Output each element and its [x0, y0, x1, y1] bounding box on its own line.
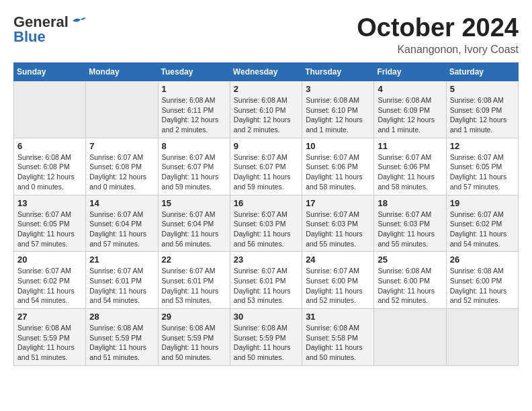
calendar-week-row: 13Sunrise: 6:07 AM Sunset: 6:05 PM Dayli…	[14, 195, 519, 252]
day-number: 22	[162, 255, 226, 265]
day-detail: Sunrise: 6:07 AM Sunset: 6:03 PM Dayligh…	[234, 210, 298, 249]
day-detail: Sunrise: 6:07 AM Sunset: 6:01 PM Dayligh…	[162, 266, 226, 306]
day-detail: Sunrise: 6:07 AM Sunset: 6:07 PM Dayligh…	[234, 152, 298, 192]
weekday-header: Saturday	[446, 63, 518, 81]
day-number: 28	[89, 312, 154, 322]
day-number: 17	[306, 198, 370, 208]
calendar-cell: 30Sunrise: 6:08 AM Sunset: 5:59 PM Dayli…	[230, 309, 302, 366]
calendar-cell: 22Sunrise: 6:07 AM Sunset: 6:01 PM Dayli…	[158, 252, 230, 309]
day-number: 25	[378, 255, 442, 265]
calendar-cell: 25Sunrise: 6:08 AM Sunset: 6:00 PM Dayli…	[374, 252, 446, 309]
day-detail: Sunrise: 6:07 AM Sunset: 6:03 PM Dayligh…	[378, 210, 442, 249]
day-number: 21	[89, 255, 154, 265]
day-number: 14	[89, 198, 154, 208]
day-detail: Sunrise: 6:07 AM Sunset: 6:08 PM Dayligh…	[89, 152, 154, 192]
day-detail: Sunrise: 6:07 AM Sunset: 6:03 PM Dayligh…	[306, 210, 370, 249]
day-number: 18	[378, 198, 442, 208]
weekday-header: Thursday	[302, 63, 374, 81]
calendar-cell: 11Sunrise: 6:07 AM Sunset: 6:06 PM Dayli…	[374, 138, 446, 195]
day-detail: Sunrise: 6:07 AM Sunset: 6:07 PM Dayligh…	[162, 152, 226, 192]
day-number: 31	[306, 312, 370, 322]
calendar-cell: 2Sunrise: 6:08 AM Sunset: 6:10 PM Daylig…	[230, 81, 302, 138]
calendar-cell: 13Sunrise: 6:07 AM Sunset: 6:05 PM Dayli…	[14, 195, 86, 252]
calendar-cell: 28Sunrise: 6:08 AM Sunset: 5:59 PM Dayli…	[86, 309, 158, 366]
day-number: 26	[450, 255, 515, 265]
day-number: 3	[306, 84, 370, 94]
day-detail: Sunrise: 6:08 AM Sunset: 6:08 PM Dayligh…	[17, 152, 82, 192]
calendar-cell	[446, 309, 518, 366]
day-detail: Sunrise: 6:07 AM Sunset: 6:00 PM Dayligh…	[306, 266, 370, 306]
day-number: 16	[234, 198, 298, 208]
calendar-week-row: 27Sunrise: 6:08 AM Sunset: 5:59 PM Dayli…	[14, 309, 519, 366]
day-number: 24	[306, 255, 370, 265]
location: Kanangonon, Ivory Coast	[357, 44, 519, 56]
day-detail: Sunrise: 6:07 AM Sunset: 6:02 PM Dayligh…	[17, 266, 82, 306]
weekday-header: Sunday	[14, 63, 86, 81]
calendar-cell: 3Sunrise: 6:08 AM Sunset: 6:10 PM Daylig…	[302, 81, 374, 138]
day-detail: Sunrise: 6:08 AM Sunset: 6:09 PM Dayligh…	[450, 95, 515, 135]
day-number: 23	[234, 255, 298, 265]
weekday-header: Tuesday	[158, 63, 230, 81]
calendar-cell: 19Sunrise: 6:07 AM Sunset: 6:02 PM Dayli…	[446, 195, 518, 252]
day-detail: Sunrise: 6:08 AM Sunset: 6:11 PM Dayligh…	[162, 95, 226, 135]
calendar-cell: 26Sunrise: 6:08 AM Sunset: 6:00 PM Dayli…	[446, 252, 518, 309]
day-detail: Sunrise: 6:07 AM Sunset: 6:05 PM Dayligh…	[450, 152, 515, 192]
calendar-cell: 5Sunrise: 6:08 AM Sunset: 6:09 PM Daylig…	[446, 81, 518, 138]
day-detail: Sunrise: 6:07 AM Sunset: 6:02 PM Dayligh…	[450, 210, 515, 249]
calendar-cell: 24Sunrise: 6:07 AM Sunset: 6:00 PM Dayli…	[302, 252, 374, 309]
calendar-header-row: SundayMondayTuesdayWednesdayThursdayFrid…	[14, 63, 519, 81]
logo-blue: Blue	[13, 28, 46, 46]
calendar-cell: 4Sunrise: 6:08 AM Sunset: 6:09 PM Daylig…	[374, 81, 446, 138]
calendar-cell: 14Sunrise: 6:07 AM Sunset: 6:04 PM Dayli…	[86, 195, 158, 252]
day-number: 1	[162, 84, 226, 94]
day-number: 13	[17, 198, 82, 208]
page-header: General Blue October 2024 Kanangonon, Iv…	[13, 13, 519, 56]
day-detail: Sunrise: 6:08 AM Sunset: 5:59 PM Dayligh…	[234, 323, 298, 363]
day-number: 10	[306, 141, 370, 151]
day-detail: Sunrise: 6:07 AM Sunset: 6:05 PM Dayligh…	[17, 210, 82, 249]
day-number: 6	[17, 141, 82, 151]
day-number: 12	[450, 141, 515, 151]
day-detail: Sunrise: 6:07 AM Sunset: 6:06 PM Dayligh…	[306, 152, 370, 192]
day-number: 4	[378, 84, 442, 94]
day-detail: Sunrise: 6:07 AM Sunset: 6:01 PM Dayligh…	[234, 266, 298, 306]
day-detail: Sunrise: 6:08 AM Sunset: 6:10 PM Dayligh…	[306, 95, 370, 135]
calendar-cell: 8Sunrise: 6:07 AM Sunset: 6:07 PM Daylig…	[158, 138, 230, 195]
calendar-cell: 18Sunrise: 6:07 AM Sunset: 6:03 PM Dayli…	[374, 195, 446, 252]
day-number: 11	[378, 141, 442, 151]
day-detail: Sunrise: 6:08 AM Sunset: 5:58 PM Dayligh…	[306, 323, 370, 363]
day-detail: Sunrise: 6:07 AM Sunset: 6:04 PM Dayligh…	[162, 210, 226, 249]
calendar-cell: 9Sunrise: 6:07 AM Sunset: 6:07 PM Daylig…	[230, 138, 302, 195]
calendar-cell: 23Sunrise: 6:07 AM Sunset: 6:01 PM Dayli…	[230, 252, 302, 309]
calendar-cell: 21Sunrise: 6:07 AM Sunset: 6:01 PM Dayli…	[86, 252, 158, 309]
calendar-cell	[374, 309, 446, 366]
month-title: October 2024	[357, 13, 519, 42]
calendar-table: SundayMondayTuesdayWednesdayThursdayFrid…	[13, 62, 519, 366]
day-number: 30	[234, 312, 298, 322]
title-block: October 2024 Kanangonon, Ivory Coast	[357, 13, 519, 56]
calendar-cell: 10Sunrise: 6:07 AM Sunset: 6:06 PM Dayli…	[302, 138, 374, 195]
day-detail: Sunrise: 6:07 AM Sunset: 6:04 PM Dayligh…	[89, 210, 154, 249]
calendar-cell: 29Sunrise: 6:08 AM Sunset: 5:59 PM Dayli…	[158, 309, 230, 366]
calendar-cell: 7Sunrise: 6:07 AM Sunset: 6:08 PM Daylig…	[86, 138, 158, 195]
day-detail: Sunrise: 6:08 AM Sunset: 6:10 PM Dayligh…	[234, 95, 298, 135]
day-number: 9	[234, 141, 298, 151]
day-detail: Sunrise: 6:07 AM Sunset: 6:01 PM Dayligh…	[89, 266, 154, 306]
calendar-cell: 6Sunrise: 6:08 AM Sunset: 6:08 PM Daylig…	[14, 138, 86, 195]
day-number: 27	[17, 312, 82, 322]
calendar-cell: 31Sunrise: 6:08 AM Sunset: 5:58 PM Dayli…	[302, 309, 374, 366]
calendar-cell: 15Sunrise: 6:07 AM Sunset: 6:04 PM Dayli…	[158, 195, 230, 252]
calendar-week-row: 6Sunrise: 6:08 AM Sunset: 6:08 PM Daylig…	[14, 138, 519, 195]
day-number: 7	[89, 141, 154, 151]
day-number: 29	[162, 312, 226, 322]
calendar-cell: 12Sunrise: 6:07 AM Sunset: 6:05 PM Dayli…	[446, 138, 518, 195]
calendar-cell: 20Sunrise: 6:07 AM Sunset: 6:02 PM Dayli…	[14, 252, 86, 309]
day-detail: Sunrise: 6:08 AM Sunset: 6:00 PM Dayligh…	[450, 266, 515, 306]
day-number: 19	[450, 198, 515, 208]
calendar-cell: 17Sunrise: 6:07 AM Sunset: 6:03 PM Dayli…	[302, 195, 374, 252]
calendar-cell: 16Sunrise: 6:07 AM Sunset: 6:03 PM Dayli…	[230, 195, 302, 252]
calendar-cell: 1Sunrise: 6:08 AM Sunset: 6:11 PM Daylig…	[158, 81, 230, 138]
weekday-header: Monday	[86, 63, 158, 81]
day-detail: Sunrise: 6:08 AM Sunset: 6:00 PM Dayligh…	[378, 266, 442, 306]
logo-bird-icon	[71, 15, 86, 28]
